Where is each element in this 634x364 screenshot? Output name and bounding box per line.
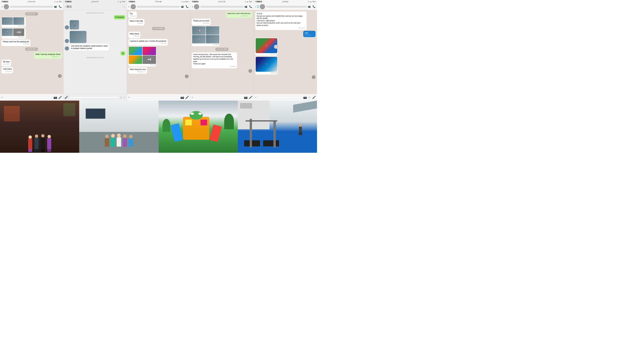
chat-input-bar-1: + 📷 🎤 — [0, 94, 63, 100]
camera-icon-4[interactable]: 📷 — [244, 96, 248, 99]
chat-body-3: Thx 下午2:31 Have a nice day 下午2:31 11月4日 … — [127, 10, 190, 94]
icons-3: ⬡ ▲ 92% — [181, 1, 189, 2]
video-icon-1[interactable]: 📹 — [54, 5, 57, 8]
mic-icon-1[interactable]: 🎤 — [58, 96, 62, 99]
time-3: 下午4:49 — [155, 0, 162, 3]
msg-nice-day-3: Have a nice day 下午2:31 — [128, 19, 144, 25]
msg-row-container-text-2: Just send me container inside photos I n… — [65, 44, 125, 50]
time-4: 上午11:00 — [218, 0, 226, 3]
chat-panel-5: 中国移动 上午8:52 ⬡ ▲ 73% ‹ 2 📹 📞 Hi ZoeyWe go… — [254, 0, 317, 100]
header-icons-1: 📹 📞 — [54, 5, 62, 8]
msg-container-text-2: Just send me container inside photos I n… — [70, 44, 109, 50]
icons-4: ⬡ ▲ 75% — [245, 1, 252, 2]
icons-5: ⬡ ▲ 73% — [308, 1, 316, 2]
chat-body-5: Hi ZoeyWe got your games and installed t… — [254, 10, 317, 94]
msg-hello-nice-3: Hello friend,it's nice 下午8:52 ✓✓ — [128, 67, 147, 74]
msg-thx-3: Thx 下午2:31 — [128, 12, 137, 18]
msg-ok-2: ok — [121, 51, 125, 56]
msg-img-playground-5: 🏋️ 下午11:28 — [255, 56, 278, 74]
msg-hello-friend-3: Hello friend 下午7:48 — [128, 32, 141, 38]
back-btn-2[interactable]: ‹ 微信 — [65, 5, 72, 8]
contact-name-5 — [266, 6, 307, 8]
chat-header-4: ‹ 📹 📞 — [190, 3, 253, 10]
back-btn-4[interactable]: ‹ — [192, 5, 193, 8]
back-btn-5[interactable]: ‹ 2 — [255, 5, 259, 8]
scroll-indicator-3: ↓ — [185, 74, 189, 78]
back-btn-3[interactable]: ‹ — [128, 5, 130, 8]
add-icon-1[interactable]: + — [1, 96, 3, 99]
add-icon-2[interactable]: + — [124, 96, 125, 99]
top-section: 中国移动 上午11:06 ⬡ ▲ 75% ‹ 📹 📞 6月25日 周一 📦 📦 … — [0, 0, 317, 100]
status-bar-3: 中国移动 下午4:49 ⬡ ▲ 92% — [127, 0, 190, 3]
input-field-2[interactable] — [69, 97, 119, 98]
msg-container-images-4: 🚛 📦 🏭 📦 上午10:38 — [192, 26, 220, 46]
carrier-1: 中国移动 — [2, 0, 8, 3]
msg-thumb-received-2: 📷 — [65, 20, 125, 30]
avatar-1 — [4, 4, 9, 9]
contact-name-4 — [200, 6, 243, 8]
phone-icon-3[interactable]: 📞 — [186, 5, 189, 8]
msg-images-1: 📦 📦 下午5:48 ✓ — [2, 17, 26, 28]
phone-icon-1[interactable]: 📞 — [59, 5, 62, 8]
header-icons-5: 📹 📞 — [308, 5, 316, 8]
mic-icon-3[interactable]: 🎤 — [185, 96, 189, 99]
add-icon-5[interactable]: + — [255, 96, 257, 99]
video-icon-3[interactable]: 📹 — [181, 5, 184, 8]
chat-body-2: 2019年10月24日 上午11:30 Hi finished 📷 📦 Just… — [63, 10, 127, 94]
timestamp-2b: 2019年10月24日 下午1:02 — [65, 57, 125, 59]
header-icons-3: 📹 📞 — [181, 5, 189, 8]
date-bubble-1b: 6月26日 周二 — [25, 48, 38, 51]
photo-panel-4 — [238, 100, 317, 153]
mic-icon-4[interactable]: 🎤 — [249, 96, 253, 99]
input-field-1[interactable] — [4, 97, 52, 98]
smile-icon-2[interactable]: ☺ — [120, 96, 123, 99]
scroll-indicator-1: ↓ — [58, 74, 62, 78]
more-icon-2[interactable]: ··· — [123, 5, 125, 8]
chat-input-bar-3: + 📷 🎤 — [127, 94, 190, 100]
recv-avatar-2c — [65, 46, 69, 50]
input-field-5[interactable] — [258, 97, 302, 98]
avatar-3 — [131, 4, 136, 9]
carrier-5: 中国移动 — [255, 0, 262, 3]
msg-goodmorning-4: Good morning Zoey. I did receive the con… — [192, 52, 237, 68]
status-bar-2: 中国移动 上午11:07 ⬡ ▲ 75% — [63, 0, 127, 3]
scroll-indicator-5: ↓ — [312, 75, 316, 79]
chat-panel-1: 中国移动 上午11:06 ⬡ ▲ 75% ‹ 📹 📞 6月25日 周一 📦 📦 … — [0, 0, 63, 100]
chat-input-bar-5: + 📷 ☺ 🎤 — [254, 94, 317, 100]
input-field-3[interactable] — [131, 97, 179, 98]
recv-avatar-2b — [65, 39, 69, 43]
back-btn-1[interactable]: ‹ — [2, 5, 3, 8]
msg-images-plus-1: 📦 +10 下午5:48 ✓ — [2, 28, 26, 38]
emoji-icon-5[interactable]: ☺ — [308, 96, 311, 99]
carrier-2: 中国移动 — [65, 0, 72, 3]
msg-ok-dear-1: OK dear 上午11:17 — [2, 60, 11, 66]
date-bubble-1a: 6月25日 周一 — [25, 12, 38, 16]
contact-name-1 — [10, 6, 53, 8]
camera-icon-3[interactable]: 📷 — [180, 96, 184, 99]
input-field-4[interactable] — [194, 97, 243, 98]
video-icon-4[interactable]: 📹 — [244, 5, 247, 8]
date-bubble-3a: 11月4日 周日 — [152, 27, 165, 30]
header-icons-4: 📹 📞 — [244, 5, 252, 8]
msg-update-3: I wanna to update you I receive the prod… — [128, 39, 168, 46]
chat-input-bar-4: + 📷 🎤 — [190, 94, 253, 100]
phone-icon-4[interactable]: 📞 — [249, 5, 252, 8]
audio-icon-2[interactable]: 🎤 — [65, 96, 68, 99]
add-icon-4[interactable]: + — [191, 96, 193, 99]
chat-input-bar-2: 🎤 ☺ + — [63, 94, 127, 100]
phone-icon-5[interactable]: 📞 — [313, 5, 316, 8]
msg-reply-4: reply.Once I got it will send you. 上午10:… — [226, 12, 252, 18]
status-bar-1: 中国移动 上午11:06 ⬡ ▲ 75% — [0, 0, 63, 3]
mic-icon-5[interactable]: 🎤 — [312, 96, 316, 99]
scroll-indicator-4: ↓ — [248, 69, 252, 73]
chat-body-1: 6月25日 周一 📦 📦 下午5:48 ✓ 📦 +10 下午5:48 ✓ Ple… — [0, 10, 63, 94]
status-bar-4: 中国移动 上午11:00 ⬡ ▲ 75% — [190, 0, 253, 3]
camera-icon-5[interactable]: 📷 — [303, 96, 307, 99]
msg-check-1: I will check 上午11:17 — [2, 67, 13, 74]
chat-header-5: ‹ 2 📹 📞 — [254, 3, 317, 10]
video-icon-5[interactable]: 📹 — [308, 5, 311, 8]
date-bubble-4a: 9月13日 周四 — [215, 48, 229, 51]
add-icon-3[interactable]: + — [128, 96, 130, 99]
msg-packing-1: Please send me the packing list 下午6:03 — [2, 40, 30, 46]
camera-icon-1[interactable]: 📷 — [54, 96, 57, 99]
